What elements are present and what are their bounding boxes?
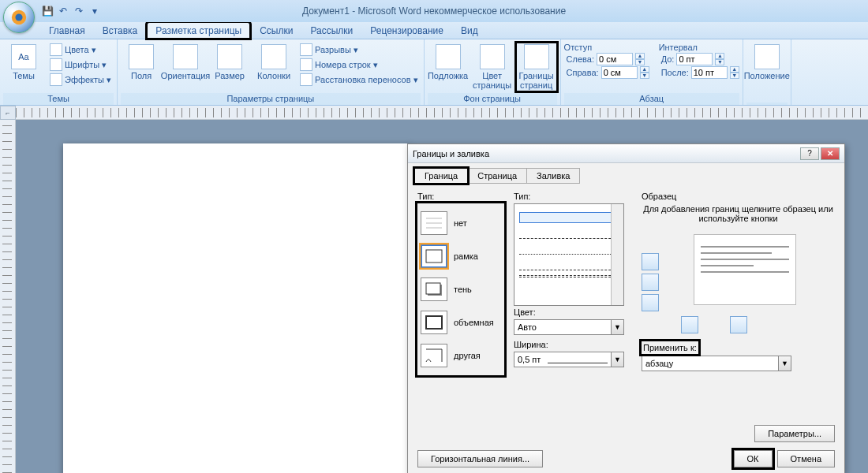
- borders-icon: [524, 44, 549, 69]
- indent-left-input[interactable]: [597, 53, 633, 65]
- group-title-arrange: [746, 102, 788, 105]
- line-numbers-button[interactable]: Номера строк ▾: [297, 58, 421, 72]
- group-title-paragraph: Абзац: [564, 93, 739, 105]
- setting-box[interactable]: рамка: [419, 241, 503, 271]
- setting-shadow[interactable]: тень: [419, 274, 503, 304]
- dialog-tab-border[interactable]: Граница: [414, 168, 468, 184]
- margins-button[interactable]: Поля: [121, 43, 162, 82]
- spin-down[interactable]: ▼: [730, 73, 739, 79]
- color-combo[interactable]: Авто▼: [514, 319, 624, 335]
- tab-mailings[interactable]: Рассылки: [302, 23, 361, 39]
- quick-access-toolbar: 💾 ↶ ↷ ▾: [41, 5, 101, 17]
- qat-dropdown-icon[interactable]: ▾: [88, 5, 101, 17]
- theme-fonts-button[interactable]: Шрифты ▾: [47, 58, 114, 72]
- fonts-icon: [50, 58, 62, 71]
- position-button[interactable]: Положение: [746, 43, 788, 82]
- setting-type-list: нет рамка тень объемная другая: [417, 203, 504, 375]
- line-style-list[interactable]: [514, 203, 624, 306]
- edge-right-button[interactable]: [730, 316, 747, 333]
- preview-sample[interactable]: [694, 234, 796, 305]
- space-before-input[interactable]: [676, 53, 713, 65]
- colors-icon: [50, 43, 62, 56]
- spin-down[interactable]: ▼: [635, 59, 645, 65]
- spin-up[interactable]: ▲: [730, 66, 739, 73]
- edge-middle-button[interactable]: [642, 274, 659, 291]
- tab-view[interactable]: Вид: [453, 23, 486, 39]
- cancel-button[interactable]: Отмена: [777, 450, 835, 467]
- redo-icon[interactable]: ↷: [73, 5, 85, 17]
- orientation-button[interactable]: Ориентация: [165, 43, 206, 82]
- office-button[interactable]: [3, 2, 35, 33]
- pagecolor-icon: [480, 44, 505, 69]
- dialog-tab-page[interactable]: Страница: [467, 168, 527, 184]
- scrollbar[interactable]: [611, 204, 623, 305]
- ribbon-tabs: Главная Вставка Разметка страницы Ссылки…: [0, 22, 868, 39]
- columns-button[interactable]: Колонки: [253, 43, 294, 82]
- undo-icon[interactable]: ↶: [57, 5, 69, 17]
- tab-insert[interactable]: Вставка: [95, 23, 146, 39]
- ok-button[interactable]: ОК: [734, 450, 773, 467]
- page-color-button[interactable]: Цвет страницы: [472, 43, 513, 91]
- spin-up[interactable]: ▲: [715, 53, 724, 59]
- svg-rect-5: [426, 250, 442, 263]
- page-borders-button[interactable]: Границы страниц: [516, 43, 557, 91]
- tab-references[interactable]: Ссылки: [252, 23, 301, 39]
- indent-right-input[interactable]: [601, 66, 638, 79]
- custom-icon: [421, 344, 447, 367]
- watermark-button[interactable]: Подложка: [428, 43, 469, 82]
- dialog-close-button[interactable]: ✕: [821, 147, 840, 160]
- indent-left-label: Слева:: [567, 54, 594, 64]
- setting-custom[interactable]: другая: [419, 341, 503, 371]
- group-themes: AaТемы Цвета ▾ Шрифты ▾ Эффекты ▾ Темы: [0, 39, 118, 105]
- size-button[interactable]: Размер: [209, 43, 250, 82]
- color-label: Цвет:: [514, 307, 632, 317]
- spin-up[interactable]: ▲: [635, 53, 645, 59]
- linenum-icon: [300, 58, 312, 71]
- orientation-icon: [173, 44, 198, 69]
- tab-home[interactable]: Главная: [41, 23, 93, 39]
- spin-up[interactable]: ▲: [640, 66, 649, 73]
- hyphenation-button[interactable]: Расстановка переносов ▾: [297, 73, 421, 87]
- save-icon[interactable]: 💾: [41, 5, 54, 17]
- width-combo[interactable]: 0,5 пт▼: [514, 352, 624, 367]
- space-after-input[interactable]: [691, 66, 728, 79]
- position-icon: [754, 44, 780, 69]
- ribbon: AaТемы Цвета ▾ Шрифты ▾ Эффекты ▾ Темы П…: [0, 39, 868, 106]
- group-page-setup: Поля Ориентация Размер Колонки Разрывы ▾…: [118, 39, 425, 105]
- dropdown-icon: ▼: [778, 356, 791, 371]
- width-label: Ширина:: [514, 340, 632, 349]
- dialog-help-button[interactable]: ?: [800, 147, 819, 160]
- themes-button[interactable]: AaТемы: [3, 43, 44, 82]
- setting-none[interactable]: нет: [419, 208, 503, 238]
- dropdown-icon: ▼: [611, 320, 623, 334]
- dialog-tab-fill[interactable]: Заливка: [526, 168, 580, 184]
- options-button[interactable]: Параметры...: [754, 425, 835, 442]
- svg-rect-7: [426, 283, 440, 294]
- breaks-button[interactable]: Разрывы ▾: [297, 43, 421, 57]
- dialog-tabs: Граница Страница Заливка: [408, 163, 844, 184]
- ruler-corner: ⌐: [0, 106, 16, 120]
- edge-top-button[interactable]: [642, 253, 659, 270]
- horizontal-ruler[interactable]: [16, 106, 868, 120]
- spin-down[interactable]: ▼: [640, 73, 649, 79]
- width-value: 0,5 пт: [514, 355, 548, 364]
- indent-right-label: Справа:: [567, 68, 599, 77]
- group-arrange: Положение: [743, 39, 791, 105]
- spin-down[interactable]: ▼: [715, 59, 724, 65]
- theme-colors-button[interactable]: Цвета ▾: [47, 43, 114, 57]
- dialog-titlebar: Границы и заливка ? ✕: [408, 144, 844, 163]
- vertical-ruler[interactable]: [0, 120, 16, 473]
- edge-bottom-button[interactable]: [642, 294, 659, 311]
- horizontal-line-button[interactable]: Горизонтальная линия...: [417, 450, 543, 467]
- preview-label: Образец: [642, 192, 835, 201]
- apply-to-combo[interactable]: абзацу▼: [642, 356, 791, 371]
- document-page[interactable]: [63, 143, 410, 473]
- edge-left-button[interactable]: [681, 316, 698, 333]
- dialog-title: Границы и заливка: [413, 149, 489, 158]
- svg-rect-8: [426, 316, 442, 329]
- tab-review[interactable]: Рецензирование: [362, 23, 451, 39]
- setting-3d[interactable]: объемная: [419, 307, 503, 337]
- borders-shading-dialog: Границы и заливка ? ✕ Граница Страница З…: [407, 143, 845, 473]
- theme-effects-button[interactable]: Эффекты ▾: [47, 73, 114, 87]
- tab-page-layout[interactable]: Разметка страницы: [147, 22, 250, 39]
